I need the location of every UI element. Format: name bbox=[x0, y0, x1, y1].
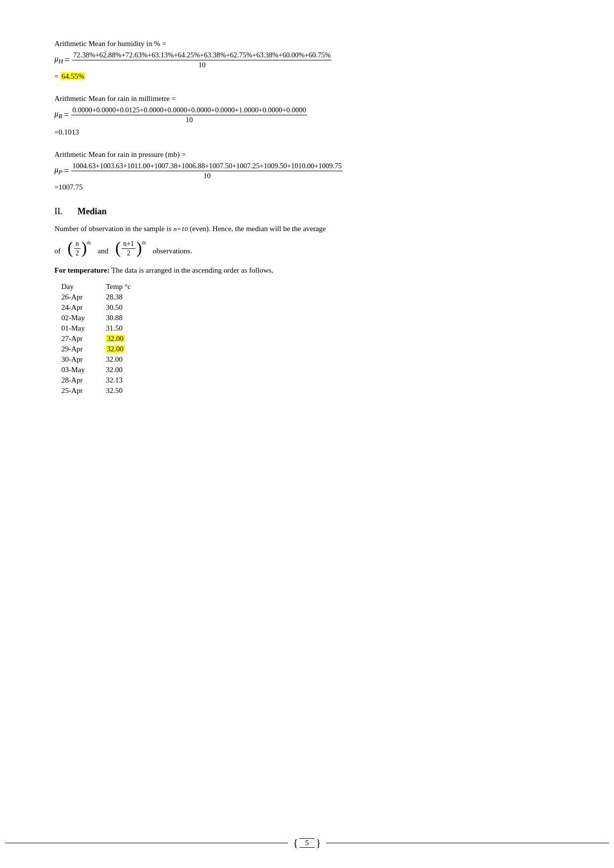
humidity-fraction: 72.38%+62.88%+72.63%+63.13%+64.25%+63.38… bbox=[72, 51, 332, 69]
frac2-open-paren: ( bbox=[115, 240, 121, 257]
frac2-expr: ( n+1 2 ) th bbox=[115, 240, 146, 257]
highlighted-temp: 32.00 bbox=[106, 345, 125, 353]
table-row: 29-Apr32.00 bbox=[59, 344, 145, 354]
footer-brace-close: } bbox=[316, 837, 321, 848]
frac2-num: n+1 bbox=[122, 240, 136, 249]
rain-section: Arithmetic Mean for rain in millimetre =… bbox=[54, 95, 560, 137]
n-eq: n=10 bbox=[173, 225, 188, 233]
pressure-formula: μP = 1004.63+1003.63+1011.00+1007.38+100… bbox=[54, 162, 560, 180]
rain-numerator: 0.0000+0.0000+0.0125+0.0000+0.0000+0.000… bbox=[71, 106, 307, 115]
of-label: of bbox=[54, 247, 61, 257]
section-title: Median bbox=[78, 206, 107, 217]
frac1-num: n bbox=[74, 240, 81, 249]
rain-label: Arithmetic Mean for rain in millimetre = bbox=[54, 95, 560, 103]
for-temp-rest: The data is arranged in the ascending or… bbox=[109, 266, 273, 274]
pressure-denominator: 10 bbox=[202, 171, 212, 180]
humidity-section: Arithmetic Mean for humidity in % = μH =… bbox=[54, 40, 560, 81]
temperature-table: Day Temp °c 26-Apr28.3824-Apr30.5002-May… bbox=[59, 282, 145, 396]
page: Arithmetic Mean for humidity in % = μH =… bbox=[0, 0, 614, 868]
cell-temp: 32.00 bbox=[104, 344, 145, 354]
median-formula-row: of ( n 2 ) th and ( n+1 2 ) th observati… bbox=[54, 240, 560, 257]
pressure-result: =1007.75 bbox=[54, 183, 560, 192]
cell-day: 29-Apr bbox=[59, 344, 104, 354]
rain-result: =0.1013 bbox=[54, 128, 560, 137]
footer: { 5 } bbox=[0, 837, 614, 848]
frac2-th: th bbox=[142, 240, 146, 257]
observation-text-1: Number of observation in the sample is bbox=[54, 225, 173, 233]
median-heading: II. Median bbox=[54, 206, 560, 217]
frac1-expr: ( n 2 ) th bbox=[68, 240, 91, 257]
table-row: 26-Apr28.38 bbox=[59, 292, 145, 302]
frac2-den: 2 bbox=[125, 249, 132, 257]
humidity-formula: μH = 72.38%+62.88%+72.63%+63.13%+64.25%+… bbox=[54, 51, 560, 69]
cell-temp: 30.50 bbox=[104, 302, 145, 313]
humidity-mu: μH bbox=[54, 54, 63, 65]
table-row: 25-Apr32.50 bbox=[59, 386, 145, 396]
frac1-den: 2 bbox=[74, 249, 81, 257]
rain-denominator: 10 bbox=[185, 115, 194, 124]
highlighted-temp: 32.00 bbox=[106, 335, 125, 342]
table-row: 03-May32.00 bbox=[59, 365, 145, 375]
cell-day: 01-May bbox=[59, 323, 104, 334]
rain-fraction: 0.0000+0.0000+0.0125+0.0000+0.0000+0.000… bbox=[71, 106, 307, 124]
pressure-numerator: 1004.63+1003.63+1011.00+1007.38+1006.88+… bbox=[71, 162, 342, 171]
frac1-open-paren: ( bbox=[68, 240, 73, 257]
humidity-result-value: 64.55% bbox=[60, 72, 85, 80]
cell-temp: 30.88 bbox=[104, 313, 145, 323]
pressure-mu: μP bbox=[54, 165, 62, 176]
observations-label: observations. bbox=[153, 247, 192, 257]
table-row: 02-May30.88 bbox=[59, 313, 145, 323]
pressure-mu-sub: P bbox=[58, 169, 62, 176]
rain-mu: μR bbox=[54, 109, 62, 120]
cell-day: 03-May bbox=[59, 365, 104, 375]
cell-temp: 32.00 bbox=[104, 334, 145, 344]
cell-day: 02-May bbox=[59, 313, 104, 323]
cell-day: 26-Apr bbox=[59, 292, 104, 302]
cell-day: 30-Apr bbox=[59, 354, 104, 365]
cell-temp: 32.50 bbox=[104, 386, 145, 396]
frac1-close-paren: ) bbox=[82, 240, 87, 257]
pressure-fraction: 1004.63+1003.63+1011.00+1007.38+1006.88+… bbox=[71, 162, 342, 180]
humidity-numerator: 72.38%+62.88%+72.63%+63.13%+64.25%+63.38… bbox=[72, 51, 332, 60]
page-number: 5 bbox=[299, 838, 315, 848]
cell-day: 28-Apr bbox=[59, 375, 104, 386]
observation-text-2: (even). Hence, the median will be the av… bbox=[188, 225, 326, 233]
cell-day: 24-Apr bbox=[59, 302, 104, 313]
table-row: 27-Apr32.00 bbox=[59, 334, 145, 344]
cell-day: 27-Apr bbox=[59, 334, 104, 344]
frac1-inner: n 2 bbox=[74, 240, 81, 257]
cell-temp: 32.00 bbox=[104, 365, 145, 375]
cell-temp: 31.50 bbox=[104, 323, 145, 334]
humidity-mu-sub: H bbox=[58, 58, 63, 65]
footer-line-left bbox=[5, 843, 288, 843]
humidity-result: = 64.55% bbox=[54, 72, 560, 81]
frac2-inner: n+1 2 bbox=[122, 240, 136, 257]
table-row: 24-Apr30.50 bbox=[59, 302, 145, 313]
for-temp-label: For temperature: bbox=[54, 266, 109, 274]
humidity-label: Arithmetic Mean for humidity in % = bbox=[54, 40, 560, 48]
humidity-denominator: 10 bbox=[197, 60, 207, 69]
footer-line-right bbox=[326, 843, 609, 843]
table-header-row: Day Temp °c bbox=[59, 282, 145, 292]
table-row: 30-Apr32.00 bbox=[59, 354, 145, 365]
footer-page-area: { 5 } bbox=[293, 837, 321, 848]
observation-text: Number of observation in the sample is n… bbox=[54, 225, 560, 233]
footer-brace-open: { bbox=[293, 837, 298, 848]
cell-temp: 32.13 bbox=[104, 375, 145, 386]
pressure-section: Arithmetic Mean for rain in pressure (mb… bbox=[54, 150, 560, 192]
and-label: and bbox=[97, 247, 108, 257]
cell-temp: 28.38 bbox=[104, 292, 145, 302]
col-day-header: Day bbox=[59, 282, 104, 292]
cell-day: 25-Apr bbox=[59, 386, 104, 396]
pressure-label: Arithmetic Mean for rain in pressure (mb… bbox=[54, 150, 560, 159]
table-row: 28-Apr32.13 bbox=[59, 375, 145, 386]
frac1-th: th bbox=[87, 240, 91, 257]
col-temp-header: Temp °c bbox=[104, 282, 145, 292]
cell-temp: 32.00 bbox=[104, 354, 145, 365]
frac2-close-paren: ) bbox=[137, 240, 142, 257]
table-row: 01-May31.50 bbox=[59, 323, 145, 334]
rain-formula: μR = 0.0000+0.0000+0.0125+0.0000+0.0000+… bbox=[54, 106, 560, 124]
rain-mu-sub: R bbox=[58, 113, 62, 120]
for-temp-text: For temperature: The data is arranged in… bbox=[54, 266, 560, 275]
section-roman: II. bbox=[54, 206, 63, 217]
